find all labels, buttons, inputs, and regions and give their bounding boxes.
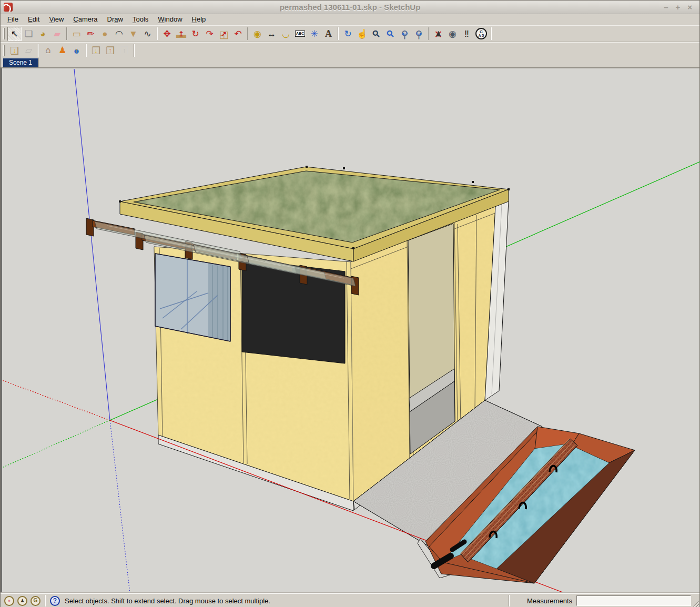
dimension-tool-button[interactable]: ↔ [265, 27, 279, 41]
share-component-icon: ↑ [123, 47, 126, 54]
eraser-button[interactable]: ▰ [50, 27, 64, 41]
position-camera-icon: ♟ [435, 31, 442, 37]
previous-view-icon: ↩ [402, 31, 408, 37]
toolbar-grip[interactable] [3, 45, 5, 56]
line-tool-button[interactable]: ✏ [84, 27, 98, 41]
orbit-tool-button[interactable]: ↻ [341, 27, 355, 41]
pan-tool-icon: ☝ [357, 29, 368, 38]
geolocation-icon[interactable]: ● [4, 596, 14, 606]
measurements-input[interactable] [576, 595, 691, 606]
photo-textures-button[interactable]: ⌂ [41, 43, 55, 57]
google-earth-icon: ↑ [75, 47, 78, 54]
separator [491, 27, 492, 40]
zoom-window-icon: ⚲ [385, 28, 396, 39]
scene-tab-bar: Scene 1 [1, 58, 699, 68]
credit-attribution-icon[interactable]: ♟ [17, 596, 27, 606]
arc-tool-button[interactable]: ◠ [112, 27, 126, 41]
position-camera-button[interactable]: ✕♟ [431, 27, 445, 41]
separator [134, 44, 135, 57]
close-button[interactable]: × [687, 3, 692, 11]
resize-grip[interactable] [692, 600, 699, 607]
zoom-window-button[interactable]: ⚲ [383, 27, 398, 41]
offset-tool-icon: ↶ [234, 29, 241, 38]
share-model-button[interactable]: ❒↑ [103, 43, 117, 57]
zoom-tool-button[interactable]: ⚲ [369, 27, 383, 41]
pan-tool-button[interactable]: ☝ [355, 27, 369, 41]
next-view-icon: ↪ [416, 31, 422, 37]
rotate-tool-button[interactable]: ↻ [188, 27, 202, 41]
scale-tool-button[interactable]: ◱↗ [217, 27, 231, 41]
model-window [155, 254, 230, 341]
status-hint: Select objects. Shift to extend select. … [65, 597, 270, 605]
move-tool-button[interactable]: ✥ [160, 27, 174, 41]
select-tool-button[interactable]: ↖ [7, 27, 22, 41]
axes-tool-button[interactable]: ✳ [307, 27, 321, 41]
menu-item-tools[interactable]: Tools [128, 14, 153, 25]
orbit-tool-icon: ↻ [344, 29, 351, 38]
follow-me-tool-button[interactable]: ↷ [202, 27, 217, 41]
next-view-button[interactable]: ⚲↪ [412, 27, 426, 41]
help-icon[interactable]: ? [50, 596, 60, 606]
menu-item-help[interactable]: Help [187, 14, 211, 25]
separator [428, 27, 429, 40]
look-around-button[interactable]: ◉ [445, 27, 460, 41]
model-door-opening [408, 224, 455, 454]
share-component-button: ❒↑ [117, 43, 131, 57]
viewport[interactable] [1, 68, 699, 593]
google-account-icon[interactable]: G [31, 596, 40, 606]
toolbar-grip[interactable] [3, 28, 5, 39]
menu-item-window[interactable]: Window [153, 14, 187, 25]
sketchup-window: permashed 130611-01.skp - SketchUp – + ×… [0, 0, 700, 607]
menu-item-draw[interactable]: Draw [103, 14, 128, 25]
rotate-tool-icon: ↻ [191, 29, 199, 38]
protractor-tool-button[interactable]: ◡ [279, 27, 293, 41]
rectangle-tool-button[interactable]: ▭ [69, 27, 84, 41]
3d-text-tool-button[interactable]: A [321, 27, 336, 41]
get-current-view-button[interactable]: ❏↓ [7, 43, 22, 57]
paint-bucket-button[interactable]: ◕ [36, 27, 50, 41]
freehand-tool-button[interactable]: ∿ [140, 27, 155, 41]
text-tool-button[interactable]: ABC [293, 27, 307, 41]
menu-item-camera[interactable]: Camera [68, 14, 102, 25]
circle-tool-button[interactable]: ● [98, 27, 112, 41]
separator [247, 27, 248, 40]
viewport-canvas[interactable] [2, 68, 700, 593]
tape-measure-icon: ◉ [253, 29, 261, 38]
separator [338, 27, 339, 40]
blue-axis [74, 69, 110, 420]
preview-in-google-earth-button[interactable]: ♟ [55, 43, 69, 57]
previous-view-button[interactable]: ⚲↩ [398, 27, 412, 41]
window-title: permashed 130611-01.skp - SketchUp [1, 3, 699, 12]
zoom-tool-icon: ⚲ [371, 28, 382, 39]
separator [66, 27, 67, 40]
credit-attribution-icon-icon: ♟ [20, 599, 24, 603]
separator [86, 44, 87, 57]
maximize-button[interactable]: + [675, 3, 680, 11]
tape-measure-button[interactable]: ◉ [250, 27, 265, 41]
google-account-icon-icon: G [34, 598, 38, 603]
walk-tool-icon: ‼ [464, 29, 469, 38]
arc-tool-icon: ◠ [115, 29, 123, 38]
compass-view-button[interactable]: A-5C [475, 28, 487, 39]
rectangle-tool-icon: ▭ [72, 29, 80, 38]
push-pull-tool-button[interactable]: ▬↥ [174, 27, 188, 41]
menu-item-edit[interactable]: Edit [23, 14, 44, 25]
title-bar: permashed 130611-01.skp - SketchUp – + × [1, 1, 699, 14]
offset-tool-button[interactable]: ↶ [231, 27, 245, 41]
google-earth-button[interactable]: ●↑ [69, 43, 84, 57]
polygon-tool-button[interactable]: ▼ [126, 27, 140, 41]
line-tool-icon: ✏ [87, 29, 94, 38]
toolbar-google: ❏↓▱⌂♟●↑❒↓❒↑❒↑ [1, 42, 699, 58]
separator [157, 27, 158, 40]
minimize-button[interactable]: – [664, 3, 668, 11]
photo-textures-icon: ⌂ [45, 46, 50, 55]
follow-me-tool-icon: ↷ [206, 29, 213, 38]
get-models-button[interactable]: ❒↓ [89, 43, 103, 57]
toggle-terrain-icon: ▱ [25, 46, 32, 55]
menu-item-file[interactable]: File [3, 14, 23, 25]
scene-tab-1[interactable]: Scene 1 [3, 58, 38, 67]
walk-tool-button[interactable]: ‼ [460, 27, 474, 41]
blue-axis-dotted [110, 420, 130, 593]
menu-item-view[interactable]: View [44, 14, 68, 25]
make-component-button[interactable]: ❏ [22, 27, 36, 41]
